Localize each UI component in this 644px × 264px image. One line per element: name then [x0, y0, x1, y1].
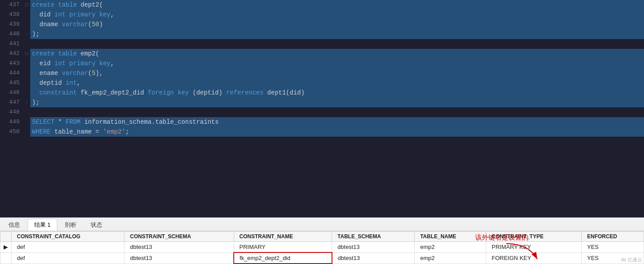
- line-number: 447: [0, 98, 23, 107]
- code-line: 438 did int primary key,: [0, 10, 644, 20]
- line-content: deptid int,: [30, 78, 644, 88]
- line-fold: ·: [23, 29, 30, 39]
- line-fold: ·: [23, 98, 30, 107]
- col-header-2: CONSTRAINT_SCHEMA: [124, 232, 234, 242]
- code-line: 446 constraint fk_emp2_dept2_did foreign…: [0, 88, 644, 98]
- code-line: 445 deptid int,: [0, 78, 644, 88]
- tab-结果 1[interactable]: 结果 1: [28, 219, 57, 231]
- line-number: 438: [0, 10, 23, 20]
- table-cell: dbtest13: [332, 252, 415, 264]
- line-number: 443: [0, 59, 23, 68]
- table-row: defdbtest13fk_emp2_dept2_diddbtest13emp2…: [0, 252, 644, 264]
- table-cell: emp2: [415, 252, 486, 264]
- tab-剖析[interactable]: 剖析: [58, 219, 83, 231]
- line-fold: [23, 10, 30, 20]
- row-marker: [0, 252, 12, 264]
- col-header-0: [0, 232, 12, 242]
- line-number: 450: [0, 127, 23, 137]
- code-line: 450WHERE table_name = 'emp2';: [0, 127, 644, 137]
- line-fold: [23, 78, 30, 88]
- col-header-7: ENFORCED: [582, 232, 644, 242]
- col-header-6: CONSTRAINT_TYPE: [486, 232, 582, 242]
- line-number: 445: [0, 78, 23, 88]
- table-row: ▶defdbtest13PRIMARYdbtest13emp2PRIMARY K…: [0, 242, 644, 253]
- line-content: eid int primary key,: [30, 59, 644, 68]
- line-fold: [23, 107, 30, 117]
- watermark: ds 亿速云: [621, 256, 642, 263]
- col-header-5: TABLE_NAME: [415, 232, 486, 242]
- table-cell: def: [12, 252, 124, 264]
- tab-状态[interactable]: 状态: [84, 219, 109, 231]
- line-content: );: [30, 98, 644, 107]
- code-line: 447·);: [0, 98, 644, 107]
- line-fold: [23, 68, 30, 78]
- line-fold: □: [23, 49, 30, 59]
- table-cell: dbtest13: [124, 242, 234, 253]
- line-number: 446: [0, 88, 23, 98]
- line-number: 449: [0, 117, 23, 127]
- code-line: 443 eid int primary key,: [0, 59, 644, 68]
- col-header-4: TABLE_SCHEMA: [332, 232, 415, 242]
- line-content: [30, 39, 644, 49]
- line-content: constraint fk_emp2_dept2_did foreign key…: [30, 88, 644, 98]
- line-content: SELECT * FROM information_schema.table_c…: [30, 117, 644, 127]
- line-fold: [23, 59, 30, 68]
- line-number: 437: [0, 0, 23, 10]
- code-line: 449SELECT * FROM information_schema.tabl…: [0, 117, 644, 127]
- line-content: did int primary key,: [30, 10, 644, 20]
- code-line: 440·);: [0, 29, 644, 39]
- code-line: 448: [0, 107, 644, 117]
- table-cell: FOREIGN KEY: [486, 252, 582, 264]
- result-area[interactable]: CONSTRAINT_CATALOGCONSTRAINT_SCHEMACONST…: [0, 231, 644, 264]
- line-content: dname varchar(50): [30, 20, 644, 29]
- tab-信息[interactable]: 信息: [2, 219, 27, 231]
- code-lines: 437□create table dept2(438 did int prima…: [0, 0, 644, 137]
- table-cell: YES: [582, 242, 644, 253]
- line-fold: [23, 88, 30, 98]
- table-cell: PRIMARY KEY: [486, 242, 582, 253]
- table-cell: dbtest13: [332, 242, 415, 253]
- table-cell: def: [12, 242, 124, 253]
- code-line: 437□create table dept2(: [0, 0, 644, 10]
- code-line: 441: [0, 39, 644, 49]
- line-fold: [23, 117, 30, 127]
- line-number: 441: [0, 39, 23, 49]
- result-table: CONSTRAINT_CATALOGCONSTRAINT_SCHEMACONST…: [0, 231, 644, 264]
- line-content: [30, 107, 644, 117]
- line-content: create table emp2(: [30, 49, 644, 59]
- line-fold: [23, 20, 30, 29]
- row-marker: ▶: [0, 242, 12, 253]
- line-number: 444: [0, 68, 23, 78]
- line-content: create table dept2(: [30, 0, 644, 10]
- line-content: );: [30, 29, 644, 39]
- line-number: 442: [0, 49, 23, 59]
- code-line: 442□create table emp2(: [0, 49, 644, 59]
- line-number: 440: [0, 29, 23, 39]
- line-fold: [23, 39, 30, 49]
- col-header-1: CONSTRAINT_CATALOG: [12, 232, 124, 242]
- line-number: 439: [0, 20, 23, 29]
- code-line: 439 dname varchar(50): [0, 20, 644, 29]
- line-content: ename varchar(5),: [30, 68, 644, 78]
- table-cell: fk_emp2_dept2_did: [234, 252, 332, 264]
- line-fold: [23, 127, 30, 137]
- line-fold: □: [23, 0, 30, 10]
- line-number: 448: [0, 107, 23, 117]
- tab-bar: 信息结果 1剖析状态: [0, 218, 644, 231]
- table-cell: PRIMARY: [234, 242, 332, 253]
- table-cell: dbtest13: [124, 252, 234, 264]
- line-content: WHERE table_name = 'emp2';: [30, 127, 644, 137]
- col-header-3: CONSTRAINT_NAME: [234, 232, 332, 242]
- code-editor[interactable]: 437□create table dept2(438 did int prima…: [0, 0, 644, 217]
- bottom-panel: 信息结果 1剖析状态 CONSTRAINT_CATALOGCONSTRAINT_…: [0, 217, 644, 264]
- code-line: 444 ename varchar(5),: [0, 68, 644, 78]
- table-cell: emp2: [415, 242, 486, 253]
